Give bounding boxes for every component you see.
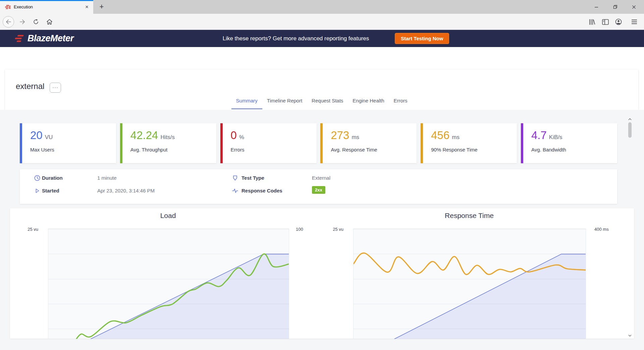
metric-label: Avg. Throughput (130, 147, 216, 152)
account-icon (615, 18, 622, 25)
metric-card-avg-response-time: 273msAvg. Response Time (320, 123, 417, 163)
browser-toolbar: https://a.blazemeter.com/app/?public-tok… (0, 14, 644, 30)
metric-value: 0 (231, 129, 237, 141)
metric-card-avg-bandwidth: 4.7KiB/sAvg. Bandwidth (521, 123, 617, 163)
sidebar-button[interactable] (600, 16, 611, 28)
chevron-down-icon (628, 335, 632, 337)
load-left-axis-label: 25 vu (18, 227, 38, 232)
chevron-up-icon (628, 118, 632, 120)
test-type-label: Test Type (241, 175, 264, 181)
report-title: external (16, 82, 44, 91)
response-left-axis-label: 25 vu (323, 227, 343, 232)
metric-card-avg-throughput: 42.24Hits/sAvg. Throughput (120, 123, 216, 163)
response-codes-badge: 2xx (312, 186, 325, 194)
browser-tab-bar: B Execution × + (0, 0, 644, 14)
home-icon (46, 19, 53, 25)
metric-label: Max Users (30, 147, 116, 152)
started-label: Started (42, 188, 59, 193)
metric-unit: ms (452, 134, 460, 140)
promo-text: Like these reports? Get more advanced re… (0, 30, 592, 47)
test-details-card: Duration 1 minute Started Apr 23, 2020, … (20, 169, 617, 204)
metric-label: Avg. Bandwidth (531, 147, 617, 152)
minimize-icon (594, 5, 598, 9)
browser-tab-execution[interactable]: B Execution × (0, 0, 93, 14)
metric-unit: % (239, 134, 244, 140)
charts-panel: Load Response Time 25 vu 100 25 vu 400 m… (10, 208, 634, 339)
back-arrow-icon (5, 19, 11, 25)
new-tab-button[interactable]: + (97, 2, 107, 12)
test-type-value: External (312, 175, 330, 181)
metric-unit: VU (45, 134, 53, 140)
metric-value: 273 (331, 129, 349, 141)
metric-label: Avg. Response Time (331, 147, 417, 152)
restore-icon (613, 5, 618, 9)
reload-icon (33, 19, 39, 25)
window-restore-button[interactable] (607, 0, 623, 14)
scrollbar-up-button[interactable] (627, 117, 633, 122)
scrollbar-thumb[interactable] (628, 122, 632, 138)
tab-close-icon[interactable]: × (84, 3, 90, 10)
metric-unit: ms (352, 134, 359, 140)
metric-unit: Hits/s (160, 134, 175, 140)
forward-arrow-icon (19, 19, 25, 25)
menu-button[interactable] (629, 16, 640, 28)
report-tab-timeline-report[interactable]: Timeline Report (262, 94, 307, 109)
users-ramp-fill (60, 254, 289, 339)
load-chart-plot[interactable] (48, 229, 289, 339)
metric-value: 4.7 (531, 129, 547, 141)
report-tabs: SummaryTimeline ReportRequest StatsEngin… (5, 94, 638, 110)
svg-text:B: B (9, 5, 11, 9)
duration-clock-icon (34, 175, 41, 181)
response-time-chart-title: Response Time (419, 212, 520, 220)
response-right-axis-label: 400 ms (594, 227, 609, 232)
metric-label: Errors (231, 147, 317, 152)
scrollbar-down-button[interactable] (627, 333, 633, 338)
report-options-button[interactable]: ··· (50, 83, 61, 93)
tab-title: Execution (14, 4, 84, 9)
hamburger-menu-icon (631, 19, 637, 24)
report-tab-summary[interactable]: Summary (231, 94, 262, 109)
metric-label: 90% Response Time (431, 147, 517, 152)
duration-value: 1 minute (97, 175, 117, 181)
response-codes-pulse-icon (232, 187, 238, 194)
library-button[interactable] (586, 16, 598, 28)
response-time-chart-plot[interactable] (353, 229, 586, 339)
reload-button[interactable] (30, 16, 42, 28)
close-icon (632, 5, 636, 9)
metric-value: 20 (30, 129, 43, 141)
back-button[interactable] (3, 16, 14, 28)
library-icon (589, 19, 595, 25)
report-tab-engine-health[interactable]: Engine Health (348, 94, 389, 109)
chart-svg (354, 229, 586, 339)
metric-cards-row: 20VUMax Users42.24Hits/sAvg. Throughput0… (20, 123, 617, 163)
blazemeter-favicon: B (5, 5, 11, 9)
started-value: Apr 23, 2020, 3:14:46 PM (97, 188, 155, 193)
account-button[interactable] (613, 16, 624, 28)
started-play-icon (34, 187, 41, 194)
duration-label: Duration (42, 175, 63, 181)
report-tab-errors[interactable]: Errors (389, 94, 412, 109)
browser-window: { "browser": { "tab": { "title": "Execut… (0, 0, 644, 350)
report-tab-request-stats[interactable]: Request Stats (307, 94, 348, 109)
metric-value: 42.24 (130, 129, 158, 141)
window-minimize-button[interactable] (589, 0, 604, 14)
sidebar-icon (602, 19, 609, 25)
metric-card-errors: 0%Errors (220, 123, 317, 163)
response-codes-label: Response Codes (241, 188, 282, 193)
metric-unit: KiB/s (549, 134, 562, 140)
start-testing-now-button[interactable]: Start Testing Now (395, 33, 449, 44)
metric-value: 456 (431, 129, 449, 141)
load-right-axis-label: 100 (296, 227, 303, 232)
load-chart-title: Load (118, 212, 218, 220)
chart-svg (48, 229, 289, 339)
blazemeter-banner: BlazeMeter Like these reports? Get more … (0, 30, 644, 47)
metric-card-90-response-time: 456ms90% Response Time (421, 123, 517, 163)
metric-card-max-users: 20VUMax Users (20, 123, 116, 163)
forward-button[interactable] (17, 16, 28, 28)
report-header-panel: external ··· SummaryTimeline ReportReque… (5, 70, 638, 110)
window-close-button[interactable] (626, 0, 642, 14)
test-type-tag-icon (232, 175, 238, 181)
home-button[interactable] (44, 16, 55, 28)
